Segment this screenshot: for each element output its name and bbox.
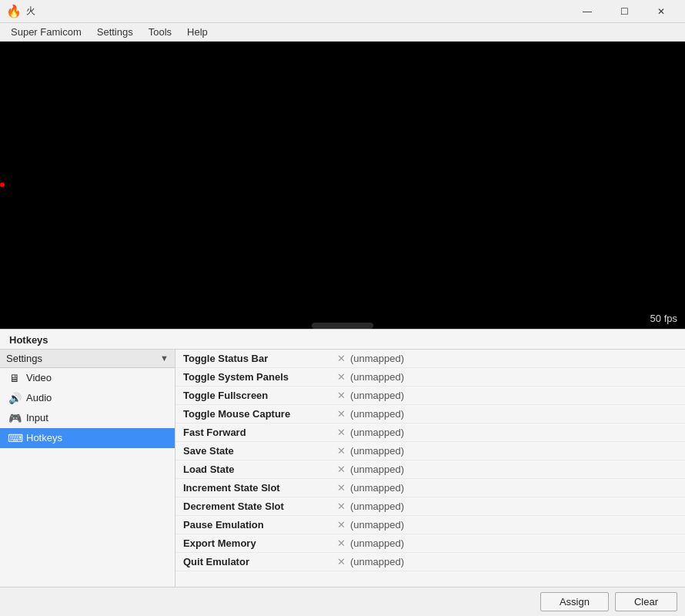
hotkey-value: (unmapped) xyxy=(350,519,404,531)
hotkey-x-icon: ✕ xyxy=(337,427,346,438)
menu-settings[interactable]: Settings xyxy=(89,23,141,41)
app-icon: 🔥 xyxy=(6,4,22,18)
sidebar-item-hotkeys[interactable]: ⌨ Hotkeys xyxy=(0,428,175,448)
hotkey-name: Save State xyxy=(183,445,337,457)
hotkey-value: (unmapped) xyxy=(350,371,404,383)
hotkey-row[interactable]: Load State✕(unmapped) xyxy=(175,460,685,479)
hotkey-value: (unmapped) xyxy=(350,556,404,567)
hotkey-name: Quit Emulator xyxy=(183,556,337,567)
sidebar: Settings ▼ 🖥 Video 🔊 Audio 🎮 Input ⌨ Hot… xyxy=(0,350,175,588)
sidebar-label-input: Input xyxy=(26,412,48,424)
hotkey-x-icon: ✕ xyxy=(337,408,346,420)
window-title: 火 xyxy=(26,5,35,18)
hotkeys-list-wrapper: Toggle Status Bar✕(unmapped)Toggle Syste… xyxy=(175,350,685,588)
hotkey-x-icon: ✕ xyxy=(337,482,346,494)
hotkey-x-icon: ✕ xyxy=(337,390,346,401)
hotkey-row[interactable]: Quit Emulator✕(unmapped) xyxy=(175,553,685,571)
sidebar-label-audio: Audio xyxy=(26,392,52,403)
hotkey-name: Toggle Fullscreen xyxy=(183,390,337,401)
recording-indicator xyxy=(0,182,5,187)
hotkey-x-icon: ✕ xyxy=(337,537,346,549)
hotkey-name: Increment State Slot xyxy=(183,482,337,494)
hotkey-value: (unmapped) xyxy=(350,537,404,549)
hotkey-x-icon: ✕ xyxy=(337,353,346,364)
menu-tools[interactable]: Tools xyxy=(141,23,179,41)
maximize-button[interactable]: ☐ xyxy=(606,0,642,23)
hotkey-value: (unmapped) xyxy=(350,500,404,512)
menu-super-famicom[interactable]: Super Famicom xyxy=(3,23,89,41)
sidebar-item-audio[interactable]: 🔊 Audio xyxy=(0,388,175,408)
hotkey-x-icon: ✕ xyxy=(337,556,346,567)
hotkey-row[interactable]: Save State✕(unmapped) xyxy=(175,442,685,460)
hotkey-name: Toggle System Panels xyxy=(183,371,337,383)
hotkey-name: Decrement State Slot xyxy=(183,500,337,512)
hotkey-row[interactable]: Toggle Status Bar✕(unmapped) xyxy=(175,350,685,368)
footer-bar: Assign Clear xyxy=(0,587,685,616)
sidebar-title: Settings xyxy=(6,353,42,364)
hotkey-value: (unmapped) xyxy=(350,408,404,420)
hotkey-row[interactable]: Toggle System Panels✕(unmapped) xyxy=(175,368,685,387)
hotkey-name: Pause Emulation xyxy=(183,519,337,531)
hotkey-name: Toggle Status Bar xyxy=(183,353,337,364)
hotkey-row[interactable]: Toggle Mouse Capture✕(unmapped) xyxy=(175,405,685,424)
input-icon: 🎮 xyxy=(8,412,22,424)
hotkey-x-icon: ✕ xyxy=(337,445,346,457)
hotkey-x-icon: ✕ xyxy=(337,500,346,512)
hotkey-value: (unmapped) xyxy=(350,445,404,457)
hotkeys-list[interactable]: Toggle Status Bar✕(unmapped)Toggle Syste… xyxy=(175,350,685,588)
hotkey-value: (unmapped) xyxy=(350,353,404,364)
hotkey-name: Toggle Mouse Capture xyxy=(183,408,337,420)
sidebar-label-video: Video xyxy=(26,372,52,383)
hotkeys-title: Hotkeys xyxy=(0,330,685,350)
settings-panel: Hotkeys Settings ▼ 🖥 Video 🔊 Audio 🎮 Inp… xyxy=(0,329,685,617)
hotkey-row[interactable]: Toggle Fullscreen✕(unmapped) xyxy=(175,387,685,405)
hotkey-name: Load State xyxy=(183,464,337,475)
hotkey-row[interactable]: Decrement State Slot✕(unmapped) xyxy=(175,497,685,516)
hotkey-value: (unmapped) xyxy=(350,482,404,494)
hotkeys-icon: ⌨ xyxy=(8,432,22,444)
hotkey-x-icon: ✕ xyxy=(337,519,346,531)
sidebar-item-video[interactable]: 🖥 Video xyxy=(0,368,175,388)
sidebar-item-input[interactable]: 🎮 Input xyxy=(0,408,175,428)
sidebar-chevron-icon: ▼ xyxy=(160,353,169,363)
hotkey-x-icon: ✕ xyxy=(337,464,346,475)
menubar: Super Famicom Settings Tools Help xyxy=(0,23,685,42)
sidebar-label-hotkeys: Hotkeys xyxy=(26,432,62,444)
hotkey-row[interactable]: Export Memory✕(unmapped) xyxy=(175,534,685,553)
hotkey-value: (unmapped) xyxy=(350,464,404,475)
hotkey-value: (unmapped) xyxy=(350,427,404,438)
hotkey-row[interactable]: Pause Emulation✕(unmapped) xyxy=(175,516,685,534)
hotkey-row[interactable]: Fast Forward✕(unmapped) xyxy=(175,424,685,442)
titlebar: 🔥 火 — ☐ ✕ xyxy=(0,0,685,23)
close-button[interactable]: ✕ xyxy=(643,0,679,23)
panel-content: Settings ▼ 🖥 Video 🔊 Audio 🎮 Input ⌨ Hot… xyxy=(0,350,685,588)
minimize-button[interactable]: — xyxy=(570,0,605,23)
assign-button[interactable]: Assign xyxy=(540,592,609,611)
sidebar-header: Settings ▼ xyxy=(0,350,175,368)
hotkey-row[interactable]: Increment State Slot✕(unmapped) xyxy=(175,479,685,497)
video-scrollbar xyxy=(312,323,373,329)
hotkey-name: Export Memory xyxy=(183,537,337,549)
window-controls: — ☐ ✕ xyxy=(570,0,679,23)
clear-button[interactable]: Clear xyxy=(615,592,677,611)
video-icon: 🖥 xyxy=(8,372,22,384)
fps-display: 50 fps xyxy=(650,313,677,324)
hotkey-name: Fast Forward xyxy=(183,427,337,438)
hotkey-value: (unmapped) xyxy=(350,390,404,401)
video-display: 50 fps xyxy=(0,42,685,329)
menu-help[interactable]: Help xyxy=(179,23,216,41)
audio-icon: 🔊 xyxy=(8,392,22,404)
hotkey-x-icon: ✕ xyxy=(337,371,346,383)
